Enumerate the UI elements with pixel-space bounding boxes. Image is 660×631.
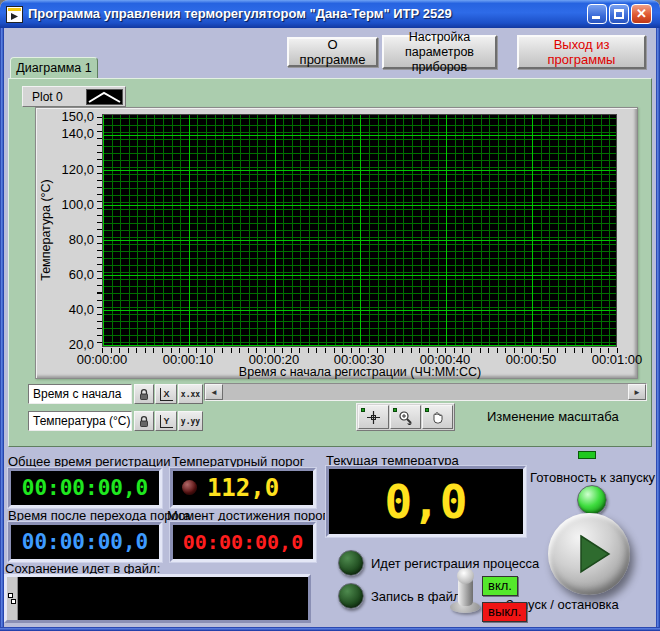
tool-active-dot	[393, 408, 397, 412]
threshold-label: Температурный порог	[172, 454, 304, 469]
title-bar: Программа управления терморегулятором "Д…	[0, 0, 660, 28]
threshold-moment-label: Момент достижения порога	[167, 508, 334, 523]
current-temperature-display: 0,0	[326, 466, 526, 537]
threshold-moment-value: 00:00:00,0	[183, 530, 303, 554]
crosshair-icon	[366, 410, 381, 425]
x-format-button[interactable]: x.xx	[178, 384, 203, 404]
start-stop-button[interactable]	[548, 513, 630, 595]
magnifier-icon	[398, 410, 413, 425]
exit-button[interactable]: Выход из программы	[517, 35, 646, 69]
filebox-scroll-strip[interactable]	[7, 577, 18, 620]
tab-diagram-1[interactable]: Диаграмма 1	[10, 57, 98, 79]
status-rect-indicator	[578, 451, 596, 459]
threshold-value: 112,0	[207, 474, 279, 502]
threshold-moment-display: 00:00:00,0	[170, 522, 316, 562]
x-autoscale-icon: X	[160, 388, 173, 401]
chart-x-scrollbar[interactable]: ◄ ►	[204, 383, 647, 401]
x-format-icon: x.xx	[181, 390, 200, 399]
window-title: Программа управления терморегулятором "Д…	[28, 6, 452, 21]
x-scale-name-box[interactable]: Время с начала	[28, 384, 132, 404]
window-border-left	[0, 28, 4, 631]
app-icon	[6, 6, 23, 23]
y-format-icon: y.yy	[181, 417, 200, 426]
y-tick: 40,0	[34, 302, 94, 317]
x-tick: 00:01:00	[581, 352, 653, 367]
toggle-switch-knob[interactable]	[457, 568, 474, 584]
y-tick: 120,0	[34, 162, 94, 177]
threshold-led	[182, 480, 197, 495]
toggle-on-badge: вкл.	[482, 576, 518, 596]
zoom-hint-label: Изменение масштаба	[487, 409, 619, 424]
y-format-button[interactable]: y.yy	[178, 411, 203, 431]
total-time-display: 00:00:00,0	[8, 468, 162, 508]
plot-area[interactable]	[102, 114, 617, 347]
app-window: Программа управления терморегулятором "Д…	[0, 0, 660, 631]
y-axis-label: Температура (°C)	[39, 179, 53, 281]
plot-legend[interactable]: Plot 0	[22, 86, 126, 107]
cursor-tool-button[interactable]	[358, 405, 389, 429]
y-autoscale-button[interactable]: Y	[155, 411, 177, 431]
toggle-off-badge: выкл.	[482, 602, 527, 622]
padlock-icon	[138, 415, 150, 428]
hand-icon	[430, 410, 445, 425]
total-time-value: 00:00:00,0	[22, 476, 148, 500]
scroll-left-icon: ◄	[210, 388, 218, 397]
tab-label: Диаграмма 1	[16, 61, 91, 75]
pan-tool-button[interactable]	[422, 405, 453, 429]
tool-active-dot	[425, 408, 429, 412]
window-border-bottom	[0, 627, 660, 631]
y-tick: 100,0	[34, 197, 94, 212]
x-autoscale-button[interactable]: X	[155, 384, 177, 404]
y-tick: 80,0	[34, 232, 94, 247]
scrollbar-left-button[interactable]: ◄	[205, 384, 223, 400]
text-marker-icon	[8, 593, 16, 605]
registration-led	[338, 550, 364, 576]
y-tick: 20,0	[34, 337, 94, 352]
time-after-threshold-value: 00:00:00,0	[22, 530, 148, 554]
padlock-icon	[138, 388, 150, 401]
ready-label: Готовность к запуску	[530, 470, 655, 485]
zoom-tool-button[interactable]	[390, 405, 421, 429]
current-temperature-value: 0,0	[384, 475, 467, 529]
window-border-right	[656, 28, 660, 631]
minimize-icon	[592, 16, 600, 19]
save-file-path-display[interactable]	[4, 574, 311, 623]
scrollbar-right-button[interactable]: ►	[628, 384, 646, 400]
file-write-label: Запись в файл	[371, 589, 461, 604]
graph-palette	[356, 403, 455, 431]
time-after-threshold-label: Время после перехода порога	[8, 508, 191, 523]
y-scale-name-box[interactable]: Температура (°C)	[28, 411, 132, 431]
about-button[interactable]: О программе	[287, 37, 378, 67]
plot-line-style-icon[interactable]	[86, 89, 123, 105]
x-axis-label: Время с начала регистрации (ЧЧ:ММ:СС)	[210, 365, 510, 379]
threshold-display: 112,0	[170, 468, 316, 508]
file-write-led	[338, 583, 364, 609]
y-tick: 60,0	[34, 267, 94, 282]
y-autoscale-icon: Y	[160, 415, 173, 428]
maximize-icon	[614, 9, 624, 19]
y-tick: 140,0	[34, 126, 94, 141]
minimize-button[interactable]	[587, 4, 607, 24]
y-scale-lock-button[interactable]	[134, 411, 154, 431]
y-tick: 150,0	[34, 109, 94, 124]
maximize-button[interactable]	[609, 4, 629, 24]
plot-legend-label: Plot 0	[23, 90, 86, 104]
close-button[interactable]: ✕	[631, 4, 652, 24]
labview-icon	[8, 8, 21, 21]
registration-label: Идет регистрация процесса	[371, 556, 539, 571]
play-icon	[579, 534, 613, 574]
x-tick: 00:00:00	[66, 352, 138, 367]
x-scale-lock-button[interactable]	[134, 384, 154, 404]
scroll-right-icon: ►	[633, 388, 641, 397]
ready-led	[577, 485, 607, 515]
tool-active-dot	[361, 408, 365, 412]
device-settings-button[interactable]: Настройка параметров приборов	[382, 35, 497, 69]
total-time-label: Общее время регистрации	[8, 454, 170, 469]
close-icon: ✕	[636, 6, 647, 21]
time-after-threshold-display: 00:00:00,0	[8, 522, 162, 562]
